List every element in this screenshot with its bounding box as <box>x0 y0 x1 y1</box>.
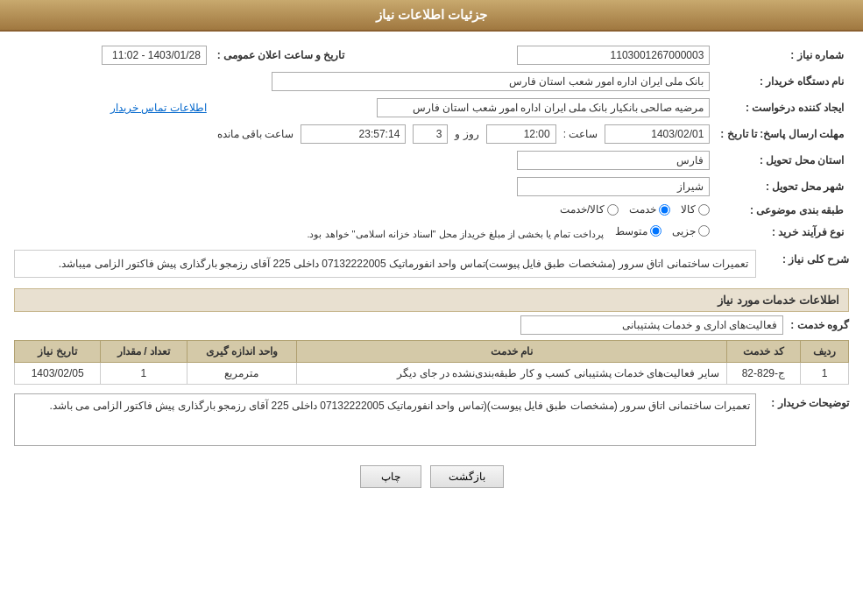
service-group-row: گروه خدمت : فعالیت‌های اداری و خدمات پشت… <box>14 315 849 335</box>
col-unit: واحد اندازه گیری <box>187 341 297 363</box>
buyer-org-value: بانک ملی ایران اداره امور شعب استان فارس <box>272 72 710 91</box>
category-option-kala-khedmat[interactable]: کالا/خدمت <box>560 203 619 216</box>
button-row: بازگشت چاپ <box>14 455 849 499</box>
back-button[interactable]: بازگشت <box>430 465 504 488</box>
province-row: استان محل تحویل : فارس <box>14 147 849 173</box>
basic-info-table: شماره نیاز : 1103001267000003 تاریخ و سا… <box>14 42 849 243</box>
buyer-desc-text: تعمیرات ساختمانی اتاق سرور (مشخصات طبق ف… <box>14 393 756 446</box>
col-row-number: ردیف <box>801 341 849 363</box>
process-note: پرداخت تمام یا بخشی از مبلغ خریداز محل "… <box>307 228 604 238</box>
services-table: ردیف کد خدمت نام خدمت واحد اندازه گیری ت… <box>14 340 849 385</box>
deadline-days-label: روز و <box>455 128 478 140</box>
deadline-time-label: ساعت : <box>563 128 598 140</box>
services-header-row: ردیف کد خدمت نام خدمت واحد اندازه گیری ت… <box>15 341 849 363</box>
services-title: اطلاعات خدمات مورد نیاز <box>718 294 839 307</box>
cell-service-code: ج-829-82 <box>726 363 801 385</box>
deadline-time: 12:00 <box>486 124 556 144</box>
main-content: شماره نیاز : 1103001267000003 تاریخ و سا… <box>0 32 863 509</box>
col-service-code: کد خدمت <box>726 341 801 363</box>
page-wrapper: جزئیات اطلاعات نیاز شماره نیاز : 1103001… <box>0 0 863 616</box>
province-value: فارس <box>517 151 710 170</box>
category-option-kala[interactable]: کالا <box>681 203 710 216</box>
deadline-label: مهلت ارسال پاسخ: تا تاریخ : <box>715 121 849 147</box>
deadline-date: 1403/02/01 <box>605 124 710 144</box>
cell-row-number: 1 <box>801 363 849 385</box>
services-table-header: ردیف کد خدمت نام خدمت واحد اندازه گیری ت… <box>15 341 849 363</box>
buyer-desc-section: توضیحات خریدار : تعمیرات ساختمانی اتاق س… <box>14 393 849 446</box>
city-value: شیراز <box>517 177 710 196</box>
city-row: شهر محل تحویل : شیراز <box>14 173 849 200</box>
deadline-row: مهلت ارسال پاسخ: تا تاریخ : 1403/02/01 س… <box>14 121 849 147</box>
need-desc-label: شرح کلی نیاز : <box>761 250 849 266</box>
creator-row: ایجاد کننده درخواست : مرضیه صالحی بانکیا… <box>14 95 849 121</box>
cell-unit: مترمربع <box>187 363 297 385</box>
process-label: نوع فرآیند خرید : <box>715 222 849 244</box>
creator-value: مرضیه صالحی بانکیار بانک ملی ایران اداره… <box>377 98 710 117</box>
buyer-desc-label: توضیحات خریدار : <box>761 393 849 409</box>
services-table-body: 1 ج-829-82 سایر فعالیت‌های خدمات پشتیبان… <box>15 363 849 385</box>
creator-label: ایجاد کننده درخواست : <box>715 95 849 121</box>
city-label: شهر محل تحویل : <box>715 173 849 200</box>
process-option-motavasset[interactable]: متوسط <box>615 225 661 237</box>
print-button[interactable]: چاپ <box>360 465 421 488</box>
category-radio-group: کالا خدمت کالا/خدمت <box>560 203 710 216</box>
cell-service-name: سایر فعالیت‌های خدمات پشتیبانی کسب و کار… <box>297 363 726 385</box>
need-desc-text: تعمیرات ساختمانی اتاق سرور (مشخصات طبق ف… <box>14 250 756 278</box>
cell-qty: 1 <box>101 363 187 385</box>
announce-label: تاریخ و ساعت اعلان عمومی : <box>212 42 350 68</box>
page-title: جزئیات اطلاعات نیاز <box>376 7 487 22</box>
need-number-row: شماره نیاز : 1103001267000003 تاریخ و سا… <box>14 42 849 68</box>
category-option-khedmat[interactable]: خدمت <box>629 203 670 216</box>
services-section-header: اطلاعات خدمات مورد نیاز <box>14 288 849 312</box>
col-qty: تعداد / مقدار <box>101 341 187 363</box>
process-radio-group: جزیی متوسط <box>615 225 710 237</box>
announce-value: 1403/01/28 - 11:02 <box>102 46 207 65</box>
deadline-days: 3 <box>413 124 448 144</box>
need-number-label: شماره نیاز : <box>715 42 849 68</box>
need-desc-section: شرح کلی نیاز : تعمیرات ساختمانی اتاق سرو… <box>14 250 849 281</box>
buyer-org-row: نام دستگاه خریدار : بانک ملی ایران اداره… <box>14 68 849 95</box>
service-group-label: گروه خدمت : <box>790 319 849 331</box>
process-option-jozi[interactable]: جزیی <box>672 225 710 237</box>
process-row: نوع فرآیند خرید : جزیی متوسط پرداخت تمام… <box>14 222 849 244</box>
category-row: طبقه بندی موضوعی : کالا خدمت کالا/خدمت <box>14 200 849 222</box>
deadline-remaining: 23:57:14 <box>301 124 406 144</box>
deadline-remaining-label: ساعت باقی مانده <box>217 128 294 140</box>
need-number-value: 1103001267000003 <box>517 46 710 65</box>
service-group-value: فعالیت‌های اداری و خدمات پشتیبانی <box>520 315 783 335</box>
province-label: استان محل تحویل : <box>715 147 849 173</box>
buyer-org-label: نام دستگاه خریدار : <box>715 68 849 95</box>
cell-date: 1403/02/05 <box>15 363 101 385</box>
table-row: 1 ج-829-82 سایر فعالیت‌های خدمات پشتیبان… <box>15 363 849 385</box>
col-service-name: نام خدمت <box>297 341 726 363</box>
contact-link[interactable]: اطلاعات تماس خریدار <box>110 102 207 114</box>
col-date: تاریخ نیاز <box>15 341 101 363</box>
page-header: جزئیات اطلاعات نیاز <box>0 0 863 32</box>
category-label: طبقه بندی موضوعی : <box>715 200 849 222</box>
